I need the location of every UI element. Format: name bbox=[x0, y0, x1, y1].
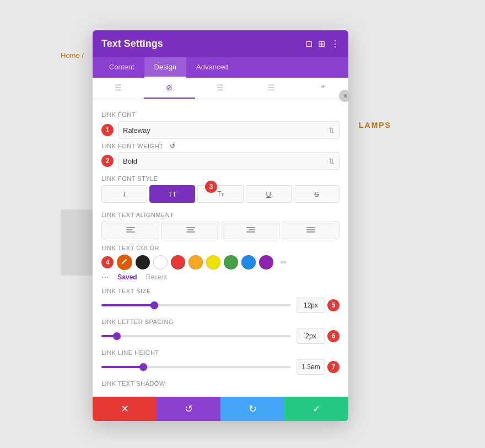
line-height-thumb[interactable] bbox=[139, 363, 147, 371]
reset-button[interactable]: ↺ bbox=[157, 397, 220, 421]
link-letter-spacing-label: Link Letter Spacing bbox=[101, 319, 340, 325]
subtab-row: ☰ ⊘ ☰ ☰ ❝ bbox=[93, 78, 348, 99]
style-btn-bold[interactable]: TT bbox=[149, 185, 195, 203]
more-colors-btn[interactable]: ··· bbox=[101, 272, 109, 282]
line-height-input[interactable] bbox=[297, 359, 325, 375]
link-font-style-label: Link Font Style bbox=[101, 175, 340, 182]
cancel-icon: ✕ bbox=[121, 403, 129, 415]
color-yellow[interactable] bbox=[206, 255, 220, 269]
modal-header: Text Settings ⊡ ⊞ ⋮ bbox=[93, 30, 348, 57]
letter-spacing-value: 6 bbox=[297, 328, 340, 344]
tab-advanced[interactable]: Advanced bbox=[186, 57, 238, 78]
subtab-link[interactable]: ⊘ bbox=[144, 78, 195, 99]
svg-rect-10 bbox=[246, 231, 255, 233]
style-btn-underline[interactable]: U bbox=[246, 185, 292, 203]
svg-rect-14 bbox=[306, 231, 315, 233]
badge-5: 5 bbox=[327, 299, 340, 311]
subtab-list[interactable]: ☰ bbox=[246, 78, 297, 99]
modal-content: Link Font 1 Raleway ⇅ Link Font Weight ↺… bbox=[93, 99, 348, 397]
svg-rect-6 bbox=[186, 231, 195, 233]
color-picker-btn[interactable] bbox=[117, 255, 132, 270]
subtab-lines[interactable]: ☰ bbox=[93, 78, 144, 99]
link-font-label: Link Font bbox=[101, 111, 340, 118]
color-white[interactable] bbox=[153, 255, 168, 269]
line-height-track[interactable] bbox=[101, 366, 291, 368]
link-font-weight-label: Link Font Weight bbox=[101, 143, 163, 149]
align-right-icon bbox=[246, 227, 255, 234]
layout-icon[interactable]: ⊞ bbox=[318, 39, 325, 49]
lines-icon: ☰ bbox=[115, 83, 122, 92]
align-row bbox=[101, 222, 340, 239]
eyedropper-icon bbox=[121, 259, 128, 266]
more-options-icon[interactable]: ⋮ bbox=[331, 39, 340, 49]
modal-footer: ✕ ↺ ↻ ✓ bbox=[93, 397, 348, 421]
svg-rect-2 bbox=[126, 231, 135, 233]
svg-rect-0 bbox=[126, 227, 135, 228]
select-arrow-icon: ⇅ bbox=[328, 126, 335, 134]
badge-1: 1 bbox=[101, 124, 114, 136]
svg-rect-5 bbox=[187, 229, 194, 230]
quote-icon: ❝ bbox=[321, 83, 325, 92]
letter-spacing-input[interactable] bbox=[297, 328, 325, 344]
align-left-btn[interactable] bbox=[101, 222, 159, 239]
modal-tabs: Content Design Advanced bbox=[93, 57, 348, 78]
link-text-shadow-label: Link Text Shadow bbox=[101, 380, 340, 387]
letter-spacing-thumb[interactable] bbox=[113, 332, 121, 340]
select-arrow-icon-2: ⇅ bbox=[328, 157, 335, 165]
text-size-track[interactable] bbox=[101, 304, 291, 306]
indent-icon: ☰ bbox=[217, 83, 224, 92]
link-text-size-label: Link Text Size bbox=[101, 288, 340, 294]
style-btn-small-caps[interactable]: Tt bbox=[197, 185, 243, 203]
fullscreen-icon[interactable]: ⊡ bbox=[305, 39, 312, 49]
line-height-value: 7 bbox=[297, 359, 340, 375]
link-text-alignment-label: Link Text Alignment bbox=[101, 212, 340, 218]
align-left-icon bbox=[126, 227, 135, 234]
color-red[interactable] bbox=[171, 255, 185, 269]
letter-spacing-track[interactable] bbox=[101, 335, 291, 337]
lamps-label: LAMPS bbox=[359, 121, 391, 129]
saved-colors-link[interactable]: Saved bbox=[117, 273, 137, 281]
subtab-indent[interactable]: ☰ bbox=[195, 78, 246, 99]
badge-6: 6 bbox=[327, 330, 340, 342]
font-weight-reset-icon[interactable]: ↺ bbox=[170, 142, 175, 150]
link-line-height-label: Link Line Height bbox=[101, 349, 340, 356]
color-blue[interactable] bbox=[241, 255, 256, 269]
text-size-thumb[interactable] bbox=[150, 301, 158, 309]
align-justify-btn[interactable] bbox=[282, 222, 340, 239]
modal-close-btn[interactable]: ✕ bbox=[339, 90, 351, 102]
color-black[interactable] bbox=[136, 255, 150, 269]
align-justify-icon bbox=[306, 227, 315, 234]
recent-colors-link[interactable]: Recent bbox=[146, 273, 167, 281]
color-green[interactable] bbox=[224, 255, 238, 269]
badge-7: 7 bbox=[327, 361, 340, 373]
save-button[interactable]: ✓ bbox=[284, 397, 348, 421]
color-purple[interactable] bbox=[259, 255, 273, 269]
svg-rect-4 bbox=[186, 227, 195, 228]
edit-color-icon[interactable]: ✏ bbox=[277, 255, 291, 269]
svg-rect-12 bbox=[306, 227, 315, 228]
link-font-weight-select[interactable]: Bold ⇅ bbox=[118, 152, 340, 170]
text-size-slider-row: 5 bbox=[101, 298, 340, 313]
cancel-button[interactable]: ✕ bbox=[93, 397, 157, 421]
align-right-btn[interactable] bbox=[222, 222, 279, 239]
align-center-btn[interactable] bbox=[161, 222, 219, 239]
text-size-input[interactable] bbox=[297, 298, 325, 313]
link-font-select[interactable]: Raleway ⇅ bbox=[118, 121, 340, 139]
modal-header-icons: ⊡ ⊞ ⋮ bbox=[305, 39, 340, 49]
link-font-row: 1 Raleway ⇅ bbox=[101, 121, 340, 139]
badge-4: 4 bbox=[101, 256, 114, 268]
style-btn-italic[interactable]: I bbox=[101, 185, 147, 203]
badge-2: 2 bbox=[101, 155, 114, 167]
link-font-weight-row: 2 Bold ⇅ bbox=[101, 152, 340, 170]
tab-design[interactable]: Design bbox=[144, 57, 186, 78]
redo-button[interactable]: ↻ bbox=[220, 397, 284, 421]
link-text-color-label: Link Text Color bbox=[101, 245, 340, 251]
style-btn-strikethrough[interactable]: S bbox=[294, 185, 340, 203]
link-icon: ⊘ bbox=[166, 83, 173, 92]
color-row: 4 ✏ bbox=[101, 255, 340, 270]
color-orange[interactable] bbox=[188, 255, 203, 269]
font-style-row: I TT Tt U S bbox=[101, 185, 340, 203]
redo-icon: ↻ bbox=[249, 403, 257, 415]
line-height-slider-row: 7 bbox=[101, 359, 340, 375]
tab-content[interactable]: Content bbox=[99, 57, 144, 78]
